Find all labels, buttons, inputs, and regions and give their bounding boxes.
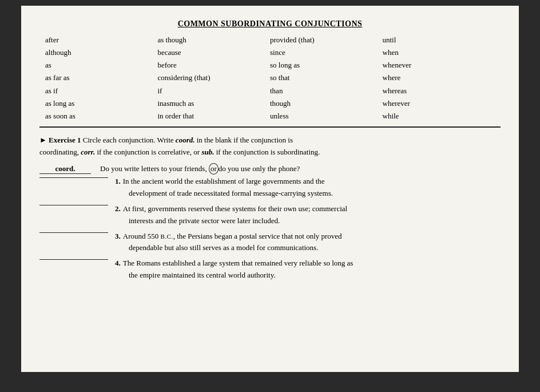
item-since: since: [270, 47, 383, 58]
item-considering: considering (that): [158, 72, 271, 84]
item-as-soon-as: as soon as: [45, 110, 158, 122]
exercise-item-2: 2.At first, governments reserved these s…: [39, 203, 501, 227]
item-provided: provided (that): [270, 34, 383, 46]
exercise-item-1: 1.In the ancient world the establishment…: [39, 176, 501, 200]
exercise-label: ► Exercise 1: [39, 136, 81, 144]
item-inasmuch: inasmuch as: [158, 98, 271, 109]
exercise-instruction-4: if the conjunction is subordinating.: [216, 148, 320, 156]
item-so-that: so that: [270, 72, 383, 84]
intro-answer-blank: coord.: [39, 164, 91, 174]
sentence-1-line1: 1.In the ancient world the establishment…: [115, 176, 501, 188]
intro-text-part1: Do you write letters to your friends,: [100, 164, 209, 173]
answer-blank-2: [39, 204, 108, 205]
item-as-long-as: as long as: [45, 98, 158, 109]
item-as: as: [45, 60, 158, 71]
item-wherever: wherever: [383, 98, 495, 109]
section-divider: [39, 126, 501, 128]
item-after: after: [45, 34, 158, 46]
exercise-item-3: 3.Around 550 B.C., the Persians began a …: [39, 231, 501, 255]
circled-or: or: [209, 163, 219, 175]
sentence-2-line2: interests and the private sector were la…: [115, 215, 501, 227]
sentence-4-line2: the empire maintained its central world …: [115, 270, 501, 282]
sentence-block-1: 1.In the ancient world the establishment…: [115, 176, 501, 200]
sentence-3-line2: dependable but also still serves as a mo…: [115, 242, 501, 254]
page: COMMON SUBORDINATING CONJUNCTIONS after …: [21, 6, 519, 372]
col-1: after although as as far as as if as lon…: [45, 34, 158, 122]
item-before: before: [158, 60, 271, 71]
sentence-4-line1: 4.The Romans established a large system …: [115, 258, 501, 270]
exercise-instruction-3: if the conjunction is correlative, or: [97, 148, 201, 156]
item-as-if: as if: [45, 85, 158, 97]
answer-blank-4: [39, 259, 108, 260]
item-if: if: [158, 85, 271, 97]
item-so-long-as: so long as: [270, 60, 383, 71]
item-though: though: [270, 98, 383, 109]
sentence-1-line2: development of trade necessitated formal…: [115, 188, 501, 200]
item-although: although: [45, 47, 158, 58]
sub-label: sub.: [201, 148, 214, 156]
item-unless: unless: [270, 110, 383, 122]
item-because: because: [158, 47, 271, 58]
intro-row: coord. Do you write letters to your frie…: [39, 163, 501, 175]
sentence-block-3: 3.Around 550 B.C., the Persians began a …: [115, 231, 501, 255]
exercise-items: coord. Do you write letters to your frie…: [39, 163, 501, 282]
sentence-block-2: 2.At first, governments reserved these s…: [115, 203, 501, 227]
item-than: than: [270, 85, 383, 97]
sentence-3-line1: 3.Around 550 B.C., the Persians began a …: [115, 231, 501, 243]
answer-blank-3: [39, 232, 108, 233]
col-4: until when whenever where whereas wherev…: [383, 34, 495, 122]
coord-label: coord.: [176, 136, 195, 144]
item-in-order: in order that: [158, 110, 271, 122]
item-as-far-as: as far as: [45, 72, 158, 84]
item-whereas: whereas: [383, 85, 495, 97]
sentence-block-4: 4.The Romans established a large system …: [115, 258, 501, 282]
item-while: while: [383, 110, 495, 122]
col-3: provided (that) since so long as so that…: [270, 34, 383, 122]
item-until: until: [383, 34, 495, 46]
sentence-2-line1: 2.At first, governments reserved these s…: [115, 203, 501, 215]
exercise-item-4: 4.The Romans established a large system …: [39, 258, 501, 282]
intro-sentence: Do you write letters to your friends, or…: [100, 163, 300, 175]
item-where: where: [383, 72, 495, 84]
corr-label: corr.: [81, 148, 95, 156]
answer-blank-1: [39, 177, 108, 178]
intro-text-part2: do you use only the phone?: [219, 164, 300, 173]
section-title: COMMON SUBORDINATING CONJUNCTIONS: [39, 19, 501, 29]
exercise-instruction-1: Circle each conjunction. Write: [83, 136, 176, 144]
item-as-though: as though: [158, 34, 271, 46]
exercise-header: ► Exercise 1 Circle each conjunction. Wr…: [39, 134, 501, 159]
conjunctions-table: after although as as far as as if as lon…: [39, 34, 501, 122]
item-when: when: [383, 47, 495, 58]
item-whenever: whenever: [383, 60, 495, 71]
col-2: as though because before considering (th…: [158, 34, 271, 122]
